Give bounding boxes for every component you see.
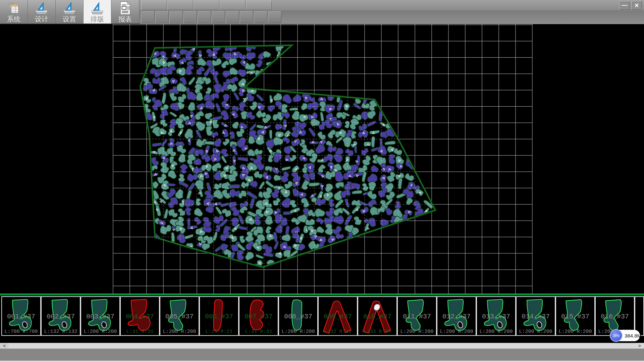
menu-item[interactable] (167, 1, 193, 10)
pattern-thumbnail[interactable]: 011_#37 L:200 R:200 (397, 296, 437, 336)
pattern-thumbnail[interactable]: 014_#37 L:200 R:200 (516, 296, 555, 336)
module-button[interactable]: 报表 (111, 0, 139, 23)
main-toolbar: 系统 设计 设置 排版 报表 — (0, 0, 644, 24)
pattern-lr-label: L:200 R:200 (437, 329, 476, 335)
pattern-id-label: 005_#37 (160, 313, 199, 320)
pattern-thumbnail[interactable]: 012_#37 L:200 R:200 (437, 296, 476, 336)
module-button-label: 设计 (35, 15, 48, 23)
pattern-lr-label: L:200 R:200 (477, 329, 515, 335)
minimize-button[interactable]: — (619, 1, 630, 10)
pattern-id-label: 006_#37 (200, 313, 238, 320)
action-button[interactable] (240, 11, 253, 23)
module-button-label: 设置 (63, 15, 76, 23)
action-button[interactable] (155, 11, 169, 23)
module-button[interactable]: 设置 (56, 0, 84, 23)
action-button[interactable] (141, 11, 155, 23)
strip-divider-dark (0, 295, 644, 296)
module-icon (118, 1, 132, 15)
window-bottom-bar (0, 349, 644, 361)
action-button[interactable] (226, 11, 239, 23)
pattern-id-label: 012_#37 (437, 313, 476, 320)
pattern-lr-label: L:31 R:31 (239, 329, 278, 335)
pattern-thumbnail[interactable]: 006_#37 L:21 R:21 (199, 296, 239, 336)
pattern-thumbnail[interactable]: 015_#37 L:200 R:200 (555, 296, 595, 336)
pattern-lr-label: L:31 R:31 (121, 329, 159, 335)
pattern-id-label: 002_#37 (42, 313, 80, 320)
pattern-thumbnail[interactable]: 005_#37 L:200 R:200 (160, 296, 199, 336)
nesting-canvas[interactable] (0, 24, 644, 294)
menu-item[interactable] (141, 1, 167, 10)
module-icon (90, 1, 104, 15)
pattern-lr-label: L:33 R:33 (358, 329, 396, 335)
menu-item[interactable] (220, 1, 246, 10)
pattern-lr-label: L:200 R:200 (398, 329, 436, 335)
pattern-thumbnail[interactable]: 007_#37 L:31 R:31 (239, 296, 278, 336)
menu-item[interactable] (246, 1, 272, 10)
pattern-thumbnail[interactable]: 001_#37 L:700 R:700 (1, 296, 41, 336)
pattern-id-label: 003_#37 (81, 313, 119, 320)
module-button-label: 报表 (118, 15, 132, 23)
window-controls: — ✕ (619, 1, 642, 10)
scroll-right-button[interactable]: > (635, 343, 644, 349)
pattern-lr-label: L:200 R:200 (517, 329, 555, 335)
pattern-id-label: 011_#37 (398, 313, 436, 320)
progress-circle: 38% (610, 329, 623, 342)
strip-divider-bright (0, 294, 644, 295)
action-button[interactable] (254, 11, 267, 23)
action-button[interactable] (169, 11, 183, 23)
app-window: 系统 设计 设置 排版 报表 — (0, 0, 644, 362)
module-button[interactable]: 排版 (84, 0, 111, 23)
menu-item[interactable] (194, 1, 219, 10)
menu-bar (141, 1, 272, 10)
pattern-lr-label: L:21 R:21 (200, 329, 238, 335)
pattern-id-label: 009_#37 (319, 313, 357, 320)
window-bottom-edge (0, 361, 644, 362)
action-button[interactable] (198, 11, 211, 23)
module-icon (7, 1, 21, 15)
pattern-thumbnail[interactable]: 002_#37 L:132 R:132 (41, 296, 80, 336)
action-button[interactable] (212, 11, 225, 23)
pattern-lr-label: L:32 R:31 (319, 329, 357, 335)
action-button[interactable] (183, 11, 197, 23)
pattern-thumbnail[interactable]: 009_#37 L:32 R:31 (318, 296, 358, 336)
pattern-lr-label: L:200 R:200 (279, 329, 317, 335)
horizontal-scrollbar[interactable]: < > (0, 343, 644, 349)
scroll-left-button[interactable]: < (0, 343, 9, 349)
module-button[interactable]: 设计 (28, 0, 56, 23)
pattern-id-label: 007_#37 (239, 313, 278, 320)
memory-usage: 384.8M (625, 333, 641, 339)
pattern-cells: 001_#37 L:700 R:700 002_#37 L:132 R:132 … (1, 296, 635, 336)
pattern-lr-label: L:700 R:700 (2, 329, 40, 335)
pattern-id-label: 001_#37 (2, 313, 40, 320)
pattern-id-label: 014_#37 (517, 313, 555, 320)
pattern-lr-label: L:132 R:132 (42, 329, 80, 335)
pattern-lr-label: L:200 R:200 (556, 329, 594, 335)
module-button-label: 系统 (7, 15, 20, 23)
pattern-thumbnail[interactable]: 010_#37 L:33 R:33 (358, 296, 397, 336)
pattern-thumbnail[interactable]: 013_#37 L:200 R:200 (476, 296, 516, 336)
pattern-id-label: 010_#37 (358, 313, 396, 320)
close-button[interactable]: ✕ (631, 1, 642, 10)
pattern-lr-label: L:200 R:200 (81, 329, 119, 335)
status-badge: 38% 384.8M (610, 330, 640, 341)
pattern-lr-label: L:200 R:200 (160, 329, 199, 335)
module-icon (62, 1, 76, 15)
pattern-id-label: 016_#37 (596, 313, 634, 320)
pattern-thumbnail[interactable]: 004_#37 L:31 R:31 (120, 296, 160, 336)
action-button[interactable] (268, 11, 281, 23)
module-button[interactable]: 系统 (0, 0, 28, 23)
action-bar (141, 11, 281, 23)
pattern-id-label: 015_#37 (556, 313, 594, 320)
pattern-thumbnail[interactable]: 003_#37 L:200 R:200 (80, 296, 120, 336)
pattern-id-label: 004_#37 (121, 313, 159, 320)
module-buttons: 系统 设计 设置 排版 报表 (0, 0, 139, 23)
module-button-label: 排版 (91, 15, 104, 23)
pattern-id-label: 008_#37 (279, 313, 317, 320)
pattern-strip: 001_#37 L:700 R:700 002_#37 L:132 R:132 … (0, 294, 644, 343)
pattern-thumbnail[interactable]: 008_#37 L:200 R:200 (278, 296, 318, 336)
hide-nesting-view (0, 24, 644, 294)
pattern-id-label: 013_#37 (477, 313, 515, 320)
module-icon (35, 1, 49, 15)
